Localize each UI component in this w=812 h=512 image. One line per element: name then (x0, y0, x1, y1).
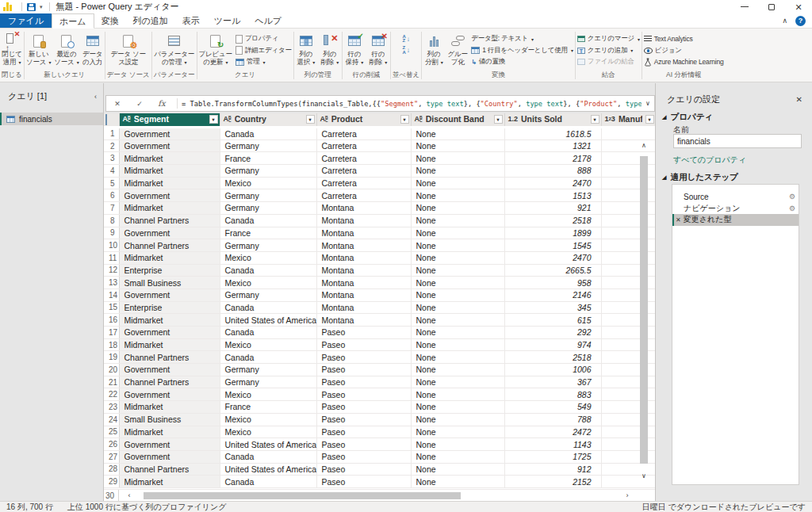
vision-button[interactable]: ビジョン (642, 45, 726, 57)
row-number[interactable]: 6 (104, 189, 119, 202)
choose-columns-button[interactable]: 列の 選択 ▾ (294, 29, 318, 67)
row-number[interactable]: 10 (104, 239, 119, 252)
sort-ascending-button[interactable]: AZ↓ (401, 33, 412, 45)
row-number[interactable]: 17 (104, 327, 119, 339)
row-number[interactable]: 29 (104, 476, 119, 488)
applied-step[interactable]: ✕変更された型 (672, 214, 799, 226)
row-number[interactable]: 20 (104, 364, 119, 376)
column-header-product[interactable]: ABCProduct▾ (316, 113, 411, 128)
row-number[interactable]: 26 (104, 438, 119, 451)
help-icon[interactable]: ? (795, 16, 806, 26)
commit-formula-icon[interactable]: ✓ (128, 100, 151, 108)
text-analytics-button[interactable]: Text Analytics (642, 33, 726, 45)
column-header-units-sold[interactable]: 1.2Units Sold▾ (504, 113, 601, 128)
row-number[interactable]: 18 (104, 338, 119, 351)
manage-parameters-button[interactable]: パラメーター の管理 ▾ (152, 29, 196, 67)
profiling-status[interactable]: 上位 1000 行に基づく列のプロファイリング (67, 502, 227, 512)
row-number[interactable]: 12 (104, 264, 119, 277)
close-pane-icon[interactable]: ✕ (796, 95, 802, 104)
tab-add-column[interactable]: 列の追加 (126, 13, 175, 28)
sort-descending-button[interactable]: ZA↓ (401, 45, 412, 57)
row-number[interactable]: 2 (104, 139, 119, 152)
replace-values-button[interactable]: ↳値の置換 (469, 56, 575, 68)
row-number[interactable]: 27 (104, 450, 119, 463)
scroll-right-icon[interactable]: › (617, 491, 638, 499)
filter-button[interactable]: ▾ (645, 115, 654, 124)
row-number[interactable]: 23 (104, 401, 119, 414)
row-number[interactable]: 3 (104, 152, 119, 165)
data-source-settings-button[interactable]: ⚙ データ ソー ス設定 (109, 29, 147, 66)
row-number[interactable]: 11 (104, 251, 119, 264)
vertical-scroll-thumb[interactable] (640, 156, 648, 464)
tab-tools[interactable]: ツール (207, 13, 248, 28)
new-source-button[interactable]: 新しい ソース ▾ (25, 29, 52, 67)
use-first-row-button[interactable]: 1 行目をヘッダーとして使用▾ (469, 45, 575, 57)
save-dropdown-caret-icon[interactable]: ▾ (40, 4, 43, 10)
tab-help[interactable]: ヘルプ (247, 13, 289, 28)
column-header-discount-band[interactable]: ABCDiscount Band▾ (411, 113, 504, 128)
group-by-button[interactable]: グルー プ化 (446, 29, 469, 66)
recent-sources-button[interactable]: 最近の ソース ▾ (52, 29, 80, 67)
filter-button[interactable]: ▾ (400, 115, 409, 124)
row-number[interactable]: 22 (104, 388, 119, 401)
collapse-ribbon-icon[interactable]: ∧ (782, 17, 787, 25)
applied-step[interactable]: Source⚙ (672, 191, 799, 203)
step-settings-gear-icon[interactable]: ⚙ (789, 204, 795, 212)
vertical-scrollbar[interactable]: ∧ ∨ (639, 131, 649, 487)
formula-text[interactable]: = Table.TransformColumnTypes(financials_… (182, 100, 642, 108)
close-button[interactable]: ✕ (785, 0, 812, 13)
delete-step-icon[interactable]: ✕ (676, 216, 681, 224)
properties-section-header[interactable]: ◢ プロパティ (662, 112, 713, 123)
append-queries-button[interactable]: Tクエリの追加▾ (576, 45, 642, 57)
filter-button[interactable]: ▾ (591, 115, 599, 124)
row-number[interactable]: 13 (104, 277, 119, 289)
remove-columns-button[interactable]: ✕ 列の 削除 ▾ (318, 29, 342, 67)
split-column-button[interactable]: 列の 分割 ▾ (422, 29, 446, 67)
tab-file[interactable]: ファイル (0, 13, 52, 28)
row-number[interactable]: 8 (104, 214, 119, 227)
fx-icon[interactable]: fx (151, 99, 173, 108)
scroll-up-icon[interactable]: ∧ (639, 142, 649, 149)
properties-button[interactable]: プロパティ (234, 33, 293, 45)
applied-step[interactable]: ナビゲーション⚙ (672, 203, 799, 215)
row-number[interactable]: 15 (104, 301, 119, 314)
row-number[interactable]: 14 (104, 288, 119, 301)
row-number[interactable]: 7 (104, 202, 119, 215)
tab-transform[interactable]: 変換 (94, 13, 126, 28)
scroll-down-icon[interactable]: ∨ (639, 472, 649, 480)
applied-steps-section-header[interactable]: ◢ 適用したステップ (662, 172, 738, 183)
select-all-corner[interactable] (104, 113, 119, 128)
filter-button[interactable]: ▾ (306, 115, 315, 124)
keep-rows-button[interactable]: ✓ 行の 保持 ▾ (343, 29, 366, 67)
column-header-manufactur[interactable]: 123Manufactur▾ (601, 113, 655, 128)
horizontal-scrollbar[interactable] (140, 492, 634, 499)
filter-button[interactable]: ▾ (209, 115, 218, 124)
filter-button[interactable]: ▾ (494, 115, 503, 124)
column-header-country[interactable]: ABCCountry▾ (220, 113, 316, 128)
data-type-button[interactable]: データ型: テキスト▾ (469, 33, 575, 45)
tab-view[interactable]: 表示 (175, 13, 207, 28)
expand-formula-icon[interactable]: ∨ (642, 100, 654, 107)
row-number[interactable]: 21 (104, 376, 119, 388)
enter-data-button[interactable]: データ の入力 (81, 29, 105, 66)
row-number[interactable]: 24 (104, 413, 119, 426)
row-number[interactable]: 16 (104, 314, 119, 327)
remove-rows-button[interactable]: ✕ 行の 削除 ▾ (366, 29, 390, 67)
minimize-button[interactable] (731, 0, 758, 13)
row-number[interactable]: 19 (104, 351, 119, 364)
row-number[interactable]: 9 (104, 227, 119, 239)
maximize-button[interactable] (758, 0, 785, 13)
save-icon[interactable] (27, 3, 36, 11)
query-list-item-financials[interactable]: financials (0, 113, 103, 125)
row-number[interactable]: 28 (104, 463, 119, 476)
manage-button[interactable]: 管理▾ (234, 56, 293, 68)
azure-ml-button[interactable]: Azure Machine Learning (642, 56, 726, 68)
row-number[interactable]: 5 (104, 177, 119, 189)
tab-home[interactable]: ホーム (52, 13, 94, 29)
step-settings-gear-icon[interactable]: ⚙ (789, 193, 795, 201)
advanced-editor-button[interactable]: 詳細エディター (234, 45, 293, 57)
query-name-input[interactable] (673, 134, 802, 148)
refresh-preview-button[interactable]: ↻ プレビュー の更新 ▾ (197, 29, 234, 67)
collapse-pane-icon[interactable]: ‹ (94, 93, 97, 101)
row-number[interactable]: 25 (104, 426, 119, 438)
